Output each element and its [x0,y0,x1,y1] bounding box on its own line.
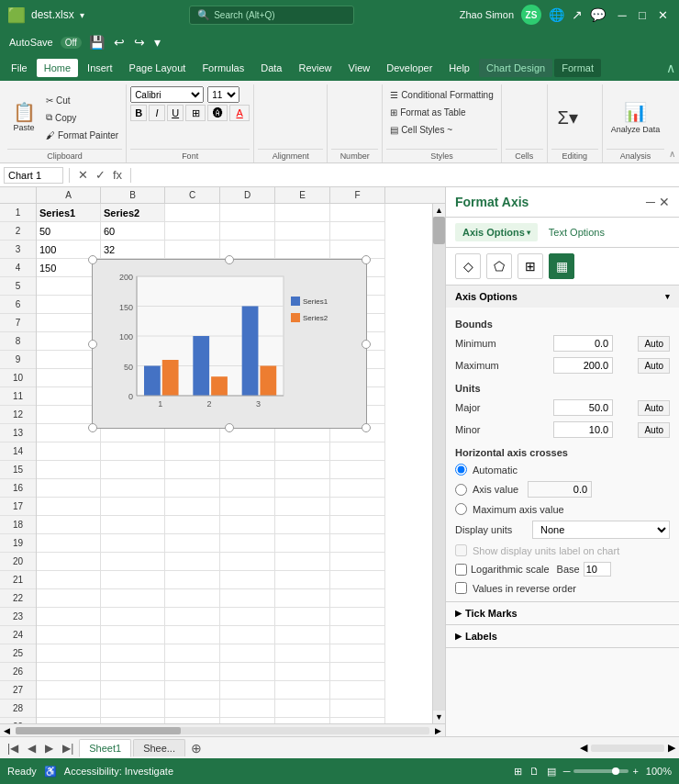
row-header-3[interactable]: 3 [0,241,36,259]
col-header-d[interactable]: D [220,187,275,203]
major-auto-button[interactable]: Auto [638,400,670,416]
cell-D22[interactable] [220,589,275,608]
cell-C26[interactable] [165,663,220,681]
major-input[interactable] [553,399,613,416]
cell-A28[interactable] [37,700,101,718]
cell-A27[interactable] [37,681,101,700]
cell-B21[interactable] [101,571,165,589]
cell-D1[interactable] [220,204,275,222]
cell-C25[interactable] [165,644,220,663]
menu-file[interactable]: File [4,59,35,77]
format-painter-button[interactable]: 🖌 Format Painter [42,127,122,143]
chart-resize-top-left[interactable] [88,255,97,264]
cell-F22[interactable] [330,589,385,608]
tick-marks-header[interactable]: ▶ Tick Marks [446,602,679,625]
menu-home[interactable]: Home [37,59,78,77]
maximize-button[interactable]: □ [633,6,651,24]
underline-button[interactable]: U [167,105,184,121]
scroll-down-button[interactable]: ▼ [433,711,445,723]
cell-B23[interactable] [101,608,165,626]
close-button[interactable]: ✕ [653,6,672,24]
sheet-tab-sheet1[interactable]: Sheet1 [79,739,131,757]
cell-C18[interactable] [165,516,220,534]
menu-help[interactable]: Help [441,59,477,77]
cell-C27[interactable] [165,681,220,700]
row-header-1[interactable]: 1 [0,204,36,222]
col-header-a[interactable]: A [37,187,101,203]
cell-F26[interactable] [330,663,385,681]
borders-button[interactable]: ⊞ [185,105,206,121]
row-header-14[interactable]: 14 [0,442,36,461]
cell-F17[interactable] [330,498,385,516]
zoom-thumb[interactable] [612,767,619,775]
menu-formulas[interactable]: Formulas [195,59,251,77]
cell-E27[interactable] [275,681,330,700]
sheet-scroll-left[interactable]: ◀ [580,742,587,754]
bold-button[interactable]: B [130,105,147,121]
cell-A15[interactable] [37,461,101,479]
cell-C24[interactable] [165,626,220,644]
analyze-data-button[interactable]: 📊 Analyze Data [607,91,665,144]
save-button[interactable]: 💾 [87,33,106,51]
cell-B29[interactable] [101,718,165,723]
row-header-2[interactable]: 2 [0,222,36,241]
row-header-11[interactable]: 11 [0,387,36,406]
ribbon-collapse-button[interactable]: ∧ [666,61,675,75]
cell-D15[interactable] [220,461,275,479]
chart-resize-bottom[interactable] [225,423,234,432]
row-header-8[interactable]: 8 [0,332,36,351]
cell-B1[interactable]: Series2 [101,204,165,222]
redo-button[interactable]: ↪ [132,33,147,51]
zoom-track[interactable] [573,769,629,773]
fill-color-button[interactable]: 🅐 [207,105,228,121]
cell-A25[interactable] [37,644,101,663]
cell-F29[interactable] [330,718,385,723]
cell-styles-button[interactable]: ▤ Cell Styles ~ [386,121,456,138]
display-units-select[interactable]: None [532,521,670,539]
menu-insert[interactable]: Insert [80,59,120,77]
axis-value-input[interactable] [528,481,592,498]
cell-A23[interactable] [37,608,101,626]
row-header-10[interactable]: 10 [0,369,36,387]
cell-A2[interactable]: 50 [37,222,101,241]
chart-resize-top[interactable] [225,255,234,264]
cell-C20[interactable] [165,553,220,571]
page-break-icon[interactable]: ▤ [547,766,556,778]
sheet-nav-end[interactable]: ▶| [59,742,77,755]
cell-E22[interactable] [275,589,330,608]
sheet-scroll-right[interactable]: ▶ [668,742,675,754]
show-units-checkbox[interactable] [455,544,467,556]
format-table-button[interactable]: ⊞ Format as Table [386,104,470,120]
cell-B22[interactable] [101,589,165,608]
cell-D25[interactable] [220,644,275,663]
menu-developer[interactable]: Developer [379,59,440,77]
cell-F15[interactable] [330,461,385,479]
row-header-15[interactable]: 15 [0,461,36,479]
cell-B17[interactable] [101,498,165,516]
panel-minimize-button[interactable]: ─ [646,195,655,209]
cell-E1[interactable] [275,204,330,222]
cell-E26[interactable] [275,663,330,681]
formula-input[interactable] [137,168,675,183]
cell-D16[interactable] [220,479,275,498]
cancel-formula-button[interactable]: ✕ [75,168,91,182]
row-header-22[interactable]: 22 [0,589,36,608]
cell-D14[interactable] [220,442,275,461]
cell-A1[interactable]: Series1 [37,204,101,222]
cell-E28[interactable] [275,700,330,718]
sheet-nav-next[interactable]: ▶ [41,742,57,755]
horizontal-scrollbar[interactable]: ◀ ▶ [0,723,445,736]
cell-C16[interactable] [165,479,220,498]
cell-C19[interactable] [165,534,220,553]
sheet-nav-start[interactable]: |◀ [4,742,22,755]
paste-button[interactable]: 📋 Paste [7,91,40,144]
page-layout-icon[interactable]: 🗋 [529,766,540,777]
cell-A22[interactable] [37,589,101,608]
window-controls[interactable]: ─ □ ✕ [613,6,672,24]
menu-data[interactable]: Data [253,59,289,77]
cell-E29[interactable] [275,718,330,723]
row-header-12[interactable]: 12 [0,406,36,424]
cell-E25[interactable] [275,644,330,663]
cell-C14[interactable] [165,442,220,461]
cell-B3[interactable]: 32 [101,241,165,259]
